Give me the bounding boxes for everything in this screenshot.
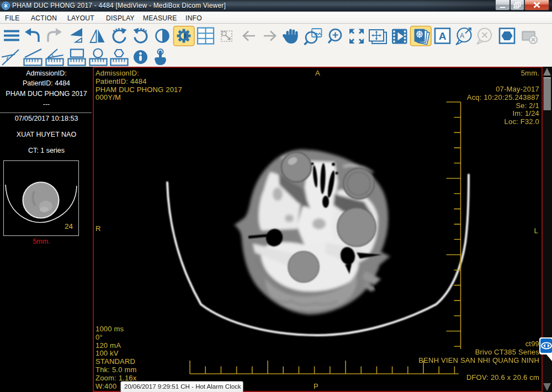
svg-text:A: A — [439, 30, 447, 42]
svg-text:A: A — [460, 32, 464, 40]
svg-text:24: 24 — [65, 222, 73, 230]
